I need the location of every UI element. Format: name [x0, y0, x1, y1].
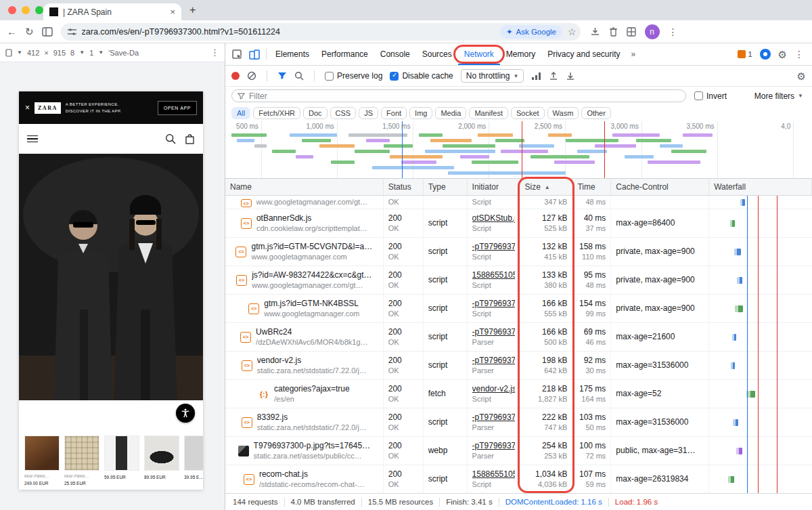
devtools-menu-icon[interactable]: ⋮ [794, 49, 804, 59]
network-request-row[interactable]: {:}categories?ajax=true/es/en200OKfetchv… [225, 380, 812, 408]
network-request-row[interactable]: <>gtm.js?id=GTM-NK4BSSLwww.googletagmana… [225, 295, 812, 323]
chip-socket[interactable]: Socket [511, 107, 545, 119]
chevron-down-icon[interactable]: ▼ [79, 49, 85, 56]
back-icon[interactable]: ← [7, 26, 17, 37]
zoom-window-button[interactable] [35, 6, 43, 14]
ask-google-button[interactable]: ✦ Ask Google [500, 25, 562, 39]
throttle-select[interactable]: 1 [89, 49, 93, 57]
initiator-link[interactable]: -pT97969373 [472, 326, 515, 337]
initiator-link[interactable]: -pT97969373 [472, 298, 515, 309]
viewport-width-value[interactable]: 412 [27, 49, 39, 57]
export-har-icon[interactable] [566, 71, 575, 81]
downloads-icon[interactable] [590, 26, 600, 37]
column-header-cache-control[interactable]: Cache-Control [611, 179, 709, 195]
network-request-row[interactable]: <>UwBRc24/dzDAeWXhlAvc6/MOR4/b8k1g…200OK… [225, 323, 812, 352]
chip-fetch-xhr[interactable]: Fetch/XHR [253, 107, 300, 119]
column-header-size[interactable]: Size▲ [520, 179, 573, 195]
new-tab-button[interactable]: + [189, 4, 196, 16]
tab-performance[interactable]: Performance [315, 43, 374, 65]
initiator-link[interactable]: 1588655105.j [472, 270, 515, 280]
tab-network[interactable]: Network [458, 43, 500, 65]
initiator-link[interactable]: otSDKStub.js: [472, 213, 515, 224]
close-tab-icon[interactable]: × [170, 7, 175, 16]
network-request-row[interactable]: <>otBannerSdk.jscdn.cookielaw.org/script… [225, 209, 812, 238]
open-app-button[interactable]: OPEN APP [158, 101, 197, 115]
chevron-down-icon[interactable]: ▼ [98, 49, 104, 56]
chip-manifest[interactable]: Manifest [469, 107, 508, 119]
chip-css[interactable]: CSS [330, 107, 357, 119]
tab-elements[interactable]: Elements [269, 43, 315, 65]
chip-all[interactable]: All [231, 107, 250, 119]
network-settings-gear-icon[interactable]: ⚙ [797, 71, 806, 81]
checkbox-checked-icon[interactable] [390, 72, 399, 81]
column-header-status[interactable]: Status [384, 179, 424, 195]
network-conditions-icon[interactable] [531, 72, 541, 80]
more-tabs-icon[interactable]: » [627, 49, 641, 59]
chip-font[interactable]: Font [381, 107, 407, 119]
network-overview[interactable]: 500 ms1,000 ms1,500 ms2,000 ms2,500 ms3,… [225, 121, 812, 179]
checkbox-unchecked-icon[interactable] [325, 72, 334, 81]
initiator-link[interactable]: 1588655105.j [472, 469, 515, 480]
search-icon[interactable] [165, 133, 176, 144]
devtools-status-icon[interactable] [760, 49, 771, 60]
filter-toggle-icon[interactable] [277, 72, 287, 80]
issues-badge[interactable]: 1 [738, 50, 752, 58]
inspect-element-icon[interactable] [228, 46, 246, 62]
product-thumbnail[interactable]: 39.95 E... [184, 435, 203, 487]
product-thumbnail[interactable]: 89.95 EUR [144, 435, 179, 487]
initiator-link[interactable]: -pT97969373 [472, 440, 515, 451]
disable-cache-checkbox[interactable]: Disable cache [390, 71, 453, 81]
device-list-dropdown[interactable] [5, 49, 12, 57]
close-window-button[interactable] [8, 6, 16, 14]
chip-img[interactable]: Img [409, 107, 432, 119]
tab-console[interactable]: Console [374, 43, 416, 65]
network-request-row[interactable]: <>vendor-v2.jsstatic.zara.net/stdstatic/… [225, 352, 812, 380]
address-bar[interactable]: zara.com/es/en/-pT9796937300.html?v1=501… [61, 23, 581, 41]
filter-input[interactable] [249, 91, 680, 101]
search-network-icon[interactable] [294, 71, 304, 81]
shopping-bag-icon[interactable] [185, 133, 195, 144]
minimize-window-button[interactable] [22, 6, 30, 14]
column-header-name[interactable]: Name [225, 179, 384, 195]
device-toolbar-toggle-icon[interactable] [246, 46, 263, 62]
browser-tab[interactable]: | ZARA Spain × [43, 3, 181, 20]
chip-media[interactable]: Media [435, 107, 466, 119]
viewport-height-value[interactable]: 915 [53, 49, 66, 57]
clear-network-log-icon[interactable] [247, 71, 256, 81]
accessibility-button[interactable] [176, 404, 195, 423]
bookmark-star-icon[interactable]: ☆ [568, 26, 577, 37]
initiator-link[interactable]: vendor-v2.js: [472, 383, 515, 394]
chip-js[interactable]: JS [359, 107, 378, 119]
more-filters-button[interactable]: More filters ▼ [754, 91, 806, 101]
close-banner-icon[interactable]: × [25, 103, 30, 112]
preserve-log-checkbox[interactable]: Preserve log [325, 71, 382, 81]
chip-doc[interactable]: Doc [303, 107, 328, 119]
network-request-row[interactable]: <>gtm.js?id=GTM-5CVGN7D&l=a…www.googleta… [225, 238, 812, 266]
profile-avatar[interactable]: n [645, 24, 660, 39]
filter-input-wrapper[interactable] [231, 89, 686, 102]
settings-gear-icon[interactable]: ⚙ [778, 49, 787, 60]
device-toolbar-menu-icon[interactable]: ⋮ [210, 47, 219, 58]
hamburger-menu-icon[interactable] [27, 133, 38, 145]
network-request-row[interactable]: <>js?id=AW-983274422&cx=c&gt…www.googlet… [225, 266, 812, 295]
network-request-row[interactable]: <>www.googletagmanager.com/gt…OKScript34… [225, 196, 812, 209]
site-info-icon[interactable] [68, 28, 76, 36]
invert-checkbox[interactable]: Invert [694, 91, 727, 101]
chip-other[interactable]: Other [581, 107, 611, 119]
grid-icon[interactable] [627, 27, 636, 37]
initiator-link[interactable]: -pT97969373 [472, 241, 515, 252]
trash-icon[interactable] [609, 26, 618, 37]
throttling-select[interactable]: No throttling ▼ [461, 69, 524, 83]
record-network-log-button[interactable] [231, 72, 240, 80]
import-har-icon[interactable] [549, 71, 558, 81]
tab-sources[interactable]: Sources [416, 43, 458, 65]
column-header-initiator[interactable]: Initiator [468, 179, 520, 195]
product-thumbnail[interactable]: FEW ITEMS ...25.95 EUR [64, 435, 99, 487]
network-request-row[interactable]: <>recom-chat.js/stdstatic-recoms/recom-c… [225, 465, 812, 493]
chevron-down-icon[interactable]: ▼ [17, 49, 22, 56]
column-header-waterfall[interactable]: Waterfall [709, 179, 812, 195]
reload-icon[interactable]: ↻ [25, 26, 34, 37]
network-request-row[interactable]: <>83392.jsstatic.zara.net/stdstatic/7.22… [225, 408, 812, 437]
zoom-select[interactable]: 8 [70, 49, 74, 57]
tab-memory[interactable]: Memory [500, 43, 541, 65]
